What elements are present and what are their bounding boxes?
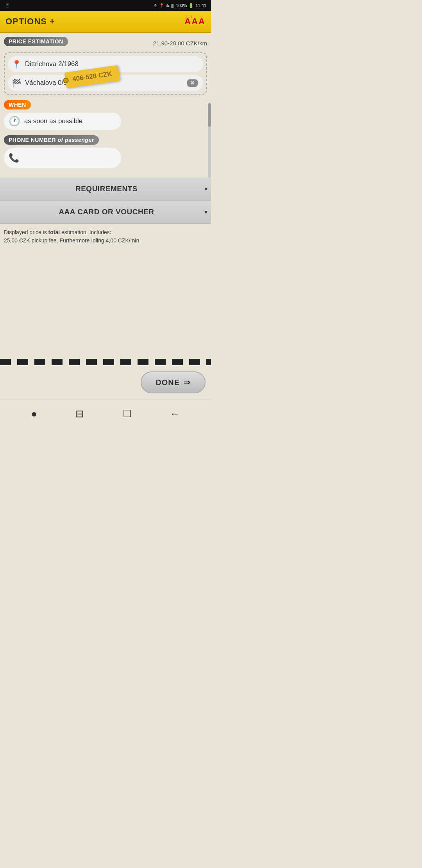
disclaimer-text1: Displayed price is (4, 229, 48, 235)
voucher-label: AAA CARD OR VOUCHER (59, 208, 154, 216)
nav-apps-icon[interactable]: ☐ (123, 408, 132, 420)
signal-icon: ||| (171, 3, 175, 8)
time-value: as soon as possible (24, 117, 82, 125)
from-address-text: Dittrichova 2/1968 (25, 60, 79, 68)
battery-text: 100% (176, 3, 187, 8)
voucher-chevron-icon: ▼ (203, 209, 209, 215)
time-display: 11:41 (195, 3, 206, 8)
aaa-logo: AAA (184, 16, 206, 27)
requirements-label: REQUIREMENTS (75, 185, 138, 193)
dashed-divider (0, 359, 211, 365)
when-section: WHEN 🕐 as soon as possible (4, 100, 207, 130)
address-box: 406-528 CZK 📍 Dittrichova 2/1968 🏁 Vácha… (4, 52, 207, 95)
battery-icon: 🔋 (188, 3, 194, 8)
status-left: 📱 (5, 3, 10, 8)
price-row: PRICE ESTIMATION 21.90-28.00 CZK/km (4, 37, 207, 49)
when-label: WHEN (4, 100, 31, 109)
phone-label: PHONE NUMBER of passenger (4, 135, 99, 145)
phone-input-field[interactable]: 📞 (4, 148, 121, 168)
done-label: DONE (156, 378, 180, 387)
clock-icon: 🕐 (9, 116, 20, 127)
phone-icon: 📱 (5, 3, 10, 8)
done-row: DONE ⇒ (0, 365, 211, 400)
spacer (0, 249, 211, 359)
checkered-flag-icon: 🏁 (12, 78, 21, 88)
status-bar: 📱 ⚠ 📍 ≋ ||| 100% 🔋 11:41 (0, 0, 211, 11)
price-estimation-label: PRICE ESTIMATION (4, 37, 68, 46)
requirements-accordion[interactable]: REQUIREMENTS ▼ (0, 178, 211, 201)
page-title: OPTIONS + (5, 16, 55, 27)
nav-recents-icon[interactable]: ⊟ (75, 408, 84, 420)
phone-receiver-icon: 📞 (9, 153, 19, 163)
nav-bar: ● ⊟ ☐ ← (0, 400, 211, 428)
location-icon: 📍 (159, 3, 165, 8)
phone-label-text: PHONE NUMBER (9, 137, 56, 143)
app-header: OPTIONS + AAA (0, 11, 211, 33)
location-pin-icon: 📍 (12, 59, 21, 69)
warning-icon: ⚠ (154, 3, 157, 8)
done-arrow-icon: ⇒ (184, 378, 191, 387)
nav-back-icon[interactable]: ← (170, 408, 180, 420)
clear-destination-button[interactable]: ✕ (187, 79, 198, 87)
requirements-chevron-icon: ▼ (203, 186, 209, 192)
scroll-thumb (208, 103, 211, 127)
done-button[interactable]: DONE ⇒ (141, 371, 206, 393)
time-selector[interactable]: 🕐 as soon as possible (4, 113, 121, 130)
status-right: ⚠ 📍 ≋ ||| 100% 🔋 11:41 (154, 3, 206, 8)
nav-home-icon[interactable]: ● (31, 408, 37, 420)
wifi-icon: ≋ (166, 3, 170, 8)
disclaimer-bold: total (48, 229, 60, 235)
disclaimer-text3: 25,00 CZK pickup fee. Furthermore Idling… (4, 237, 141, 244)
phone-label-suffix: of passenger (58, 137, 94, 143)
phone-section: PHONE NUMBER of passenger 📞 (4, 135, 207, 168)
accordion: REQUIREMENTS ▼ AAA CARD OR VOUCHER ▼ (0, 178, 211, 224)
price-rate: 21.90-28.00 CZK/km (153, 40, 207, 47)
voucher-accordion[interactable]: AAA CARD OR VOUCHER ▼ (0, 201, 211, 224)
disclaimer-text2: estimation. Includes: (60, 229, 111, 235)
disclaimer: Displayed price is total estimation. Inc… (0, 224, 211, 249)
main-content: PRICE ESTIMATION 21.90-28.00 CZK/km 406-… (0, 33, 211, 178)
